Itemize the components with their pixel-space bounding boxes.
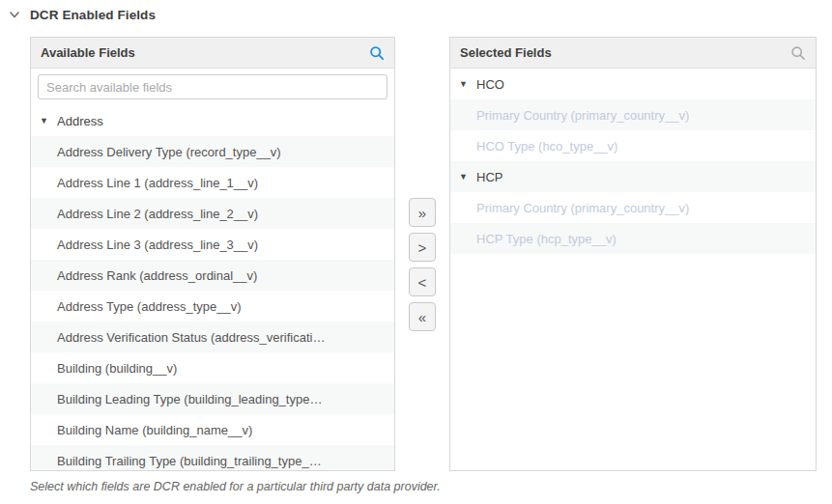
- selected-fields-title: Selected Fields: [460, 45, 552, 60]
- search-icon[interactable]: [790, 45, 806, 61]
- expand-arrow-icon[interactable]: ▼: [40, 116, 51, 126]
- move-right-button[interactable]: >: [409, 233, 436, 262]
- field-row[interactable]: Building Trailing Type (building_trailin…: [31, 445, 394, 470]
- row-label: Address Line 1 (address_line_1__v): [31, 176, 258, 190]
- field-row[interactable]: Address Type (address_type__v): [31, 291, 394, 322]
- group-row[interactable]: ▼HCP: [450, 161, 816, 192]
- selected-fields-panel: Selected Fields ▼HCOPrimary Country (pri…: [449, 37, 817, 471]
- available-fields-header: Available Fields: [31, 38, 394, 69]
- row-label: Address Delivery Type (record_type__v): [31, 145, 281, 159]
- dual-list-picker: Available Fields ▼AddressAddress Deliver…: [30, 37, 832, 471]
- selected-fields-header: Selected Fields: [450, 38, 816, 69]
- row-label: Building Trailing Type (building_trailin…: [31, 454, 322, 468]
- field-row[interactable]: HCP Type (hcp_type__v): [450, 223, 816, 254]
- selected-fields-list: ▼HCOPrimary Country (primary_country__v)…: [450, 69, 816, 471]
- row-label: Address Line 2 (address_line_2__v): [31, 207, 258, 221]
- row-label: Primary Country (primary_country__v): [450, 108, 689, 123]
- group-row[interactable]: ▼HCO: [450, 69, 816, 99]
- field-row[interactable]: HCO Type (hco_type__v): [450, 130, 816, 161]
- move-all-left-button[interactable]: «: [409, 302, 436, 331]
- row-label: HCP Type (hcp_type__v): [450, 232, 617, 246]
- field-row[interactable]: Address Line 2 (address_line_2__v): [31, 198, 394, 229]
- row-label: Address Verification Status (address_ver…: [31, 330, 325, 345]
- field-row[interactable]: Address Delivery Type (record_type__v): [31, 136, 394, 167]
- row-label: Address Rank (address_ordinal__v): [31, 268, 257, 283]
- row-label: Address: [57, 114, 103, 128]
- section-header: DCR Enabled Fields: [8, 5, 832, 24]
- available-fields-panel: Available Fields ▼AddressAddress Deliver…: [30, 37, 395, 471]
- search-icon[interactable]: [369, 45, 385, 61]
- dcr-enabled-fields-section: DCR Enabled Fields Available Fields ▼Add…: [0, 0, 832, 493]
- search-available-fields-input[interactable]: [38, 74, 387, 99]
- move-all-right-button[interactable]: »: [409, 198, 436, 227]
- field-row[interactable]: Address Line 3 (address_line_3__v): [31, 229, 394, 260]
- field-row[interactable]: Building Name (building_name__v): [31, 414, 394, 445]
- row-label: HCO: [476, 77, 504, 92]
- row-label: Address Line 3 (address_line_3__v): [31, 238, 258, 252]
- row-label: Building Name (building_name__v): [31, 423, 252, 437]
- row-label: HCO Type (hco_type__v): [450, 139, 617, 154]
- available-fields-title: Available Fields: [41, 45, 135, 60]
- expand-arrow-icon[interactable]: ▼: [459, 79, 471, 89]
- row-label: Primary Country (primary_country__v): [450, 201, 689, 215]
- section-title: DCR Enabled Fields: [30, 8, 156, 22]
- row-label: HCP: [476, 170, 502, 184]
- field-row[interactable]: Building Leading Type (building_leading_…: [31, 383, 394, 414]
- field-row[interactable]: Building (building__v): [31, 352, 394, 383]
- group-row[interactable]: ▼Address: [31, 105, 394, 136]
- row-label: Building (building__v): [31, 361, 177, 376]
- field-row[interactable]: Primary Country (primary_country__v): [450, 99, 816, 130]
- row-label: Building Leading Type (building_leading_…: [31, 392, 322, 406]
- transfer-buttons: »><«: [395, 37, 449, 471]
- move-left-button[interactable]: <: [409, 267, 436, 296]
- field-row[interactable]: Address Verification Status (address_ver…: [31, 322, 394, 352]
- row-label: Address Type (address_type__v): [31, 299, 242, 314]
- field-row[interactable]: Address Line 1 (address_line_1__v): [31, 167, 394, 198]
- field-row[interactable]: Primary Country (primary_country__v): [450, 192, 816, 223]
- helper-note: Select which fields are DCR enabled for …: [30, 480, 832, 493]
- expand-arrow-icon[interactable]: ▼: [459, 172, 471, 182]
- collapse-chevron-icon[interactable]: [8, 8, 21, 21]
- available-fields-list: ▼AddressAddress Delivery Type (record_ty…: [31, 105, 394, 470]
- field-row[interactable]: Address Rank (address_ordinal__v): [31, 260, 394, 291]
- search-bar: [31, 69, 394, 105]
